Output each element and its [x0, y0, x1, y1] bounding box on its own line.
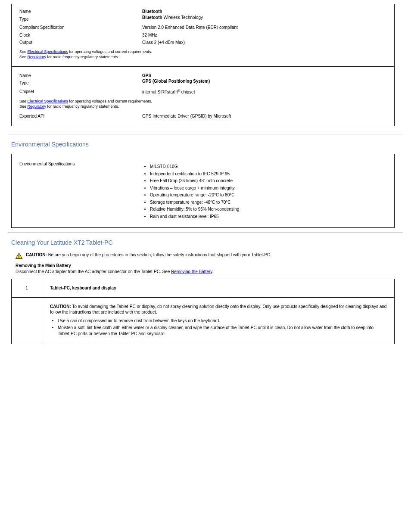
env-bullet: Relative Humidity: 5% to 95% Non-condens… [150, 206, 386, 212]
step-number: 1 [12, 279, 42, 298]
gps-elec-link[interactable]: Electrical Specifications [28, 99, 68, 103]
remove-battery-link[interactable]: Removing the Battery [171, 269, 212, 274]
env-bullets: MILSTD-810G Independent certification to… [150, 164, 386, 219]
step-bullet: Use a can of compressed air to remove du… [58, 318, 386, 324]
clean-heading: Cleaning Your Latitude XT2 Tablet-PC [11, 239, 403, 247]
step-bullet: Moisten a soft, lint-free cloth with eit… [58, 325, 386, 336]
env-bullet: Free Fall Drop (26 times) 48" onto concr… [150, 178, 386, 184]
svg-rect-1 [19, 255, 19, 257]
env-label: Environmental Specifications [19, 161, 142, 221]
bt-name-value: Bluetooth [142, 9, 386, 15]
gps-cell: Name Type GPS GPS (Global Positioning Sy… [12, 66, 395, 126]
bt-elec-link[interactable]: Electrical Specifications [28, 50, 68, 54]
divider [8, 232, 403, 233]
divider [8, 134, 403, 134]
bt-clock-value: 32 MHz [142, 32, 386, 38]
table-row: CAUTION: To avoid damaging the Tablet-PC… [12, 297, 395, 344]
gps-exported-label: Exported API [19, 113, 142, 119]
rf-spec-table: Name Type Bluetooth Bluetooth Wireless T… [11, 4, 395, 126]
step-bullets: Use a can of compressed air to remove du… [58, 318, 386, 337]
gps-exported-value: GPS Intermediate Driver (GPSID) by Micro… [142, 113, 386, 119]
env-bullet: Vibrations – loose cargo + minimum integ… [150, 185, 386, 191]
bt-spec-value: Version 2.0 Enhanced Data Rate (EDR) com… [142, 25, 386, 31]
gps-chipset-label: Chipset [19, 89, 142, 95]
bt-name-label: Name [19, 9, 142, 15]
gps-chipset-value: internal SiRFstarIII® chipset [142, 89, 386, 95]
env-bullet: Rain and dust resistance level: IP65 [150, 214, 386, 220]
bt-spec-label: Compliant Specification [19, 25, 142, 31]
bt-reg-link[interactable]: Regulatory [28, 55, 47, 59]
caution-text: CAUTION: Before you begin any of the pro… [26, 252, 271, 258]
gps-type-label: Type [19, 80, 142, 86]
step-title: Tablet-PC, keyboard and display [42, 279, 395, 298]
gps-name-label: Name [19, 73, 142, 79]
step-number [12, 297, 42, 344]
gps-reg-link[interactable]: Regulatory [28, 104, 47, 109]
table-row: 1 Tablet-PC, keyboard and display [12, 279, 395, 298]
gps-note: See Electrical Specifications for operat… [19, 99, 386, 109]
env-bullet: Operating temperature range: -20°C to 60… [150, 192, 386, 198]
step-caution: CAUTION: To avoid damaging the Tablet-PC… [50, 304, 386, 315]
remove-battery-block: Removing the Main Battery Disconnect the… [16, 263, 403, 274]
bluetooth-cell: Name Type Bluetooth Bluetooth Wireless T… [12, 4, 395, 66]
bt-type-value: Bluetooth Wireless Technology [142, 15, 386, 21]
gps-name-value: GPS [142, 73, 386, 79]
bt-note: See Electrical Specifications for operat… [19, 49, 386, 59]
bt-output-value: Class 2 (+4 dBm Max) [142, 40, 386, 46]
caution-icon [16, 252, 22, 259]
env-heading: Environmental Specifications [11, 140, 403, 149]
gps-type-value: GPS (Global Positioning System) [142, 78, 386, 84]
caution-block: CAUTION: Before you begin any of the pro… [16, 252, 403, 259]
step-body: CAUTION: To avoid damaging the Tablet-PC… [42, 297, 395, 344]
svg-rect-2 [19, 257, 19, 258]
env-bullet: MILSTD-810G [150, 164, 386, 170]
env-bullet: Storage temperature range: -40°C to 70°C [150, 199, 386, 205]
procedure-table: 1 Tablet-PC, keyboard and display CAUTIO… [11, 279, 395, 344]
bt-type-label: Type [19, 16, 142, 22]
bt-clock-label: Clock [19, 32, 142, 38]
env-bullet: Independent certification to IEC 529 IP … [150, 171, 386, 177]
bt-output-label: Output [19, 40, 142, 46]
env-box: Environmental Specifications MILSTD-810G… [11, 154, 395, 228]
